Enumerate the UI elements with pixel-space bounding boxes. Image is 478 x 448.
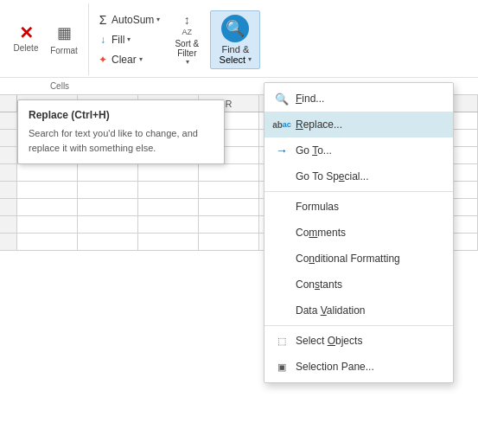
fill-label: Fill	[112, 34, 124, 46]
replace-icon: abac	[275, 118, 289, 131]
conditional-label: Conditional Formatting	[296, 253, 400, 265]
sort-filter-label: Sort &Filter	[175, 39, 199, 58]
tooltip-box: Replace (Ctrl+H) Search for text you'd l…	[17, 99, 225, 164]
clear-label: Clear	[112, 54, 137, 66]
select-objects-icon: ⬚	[275, 334, 289, 348]
row-num	[0, 182, 17, 198]
menu-item-formulas[interactable]: Formulas	[264, 194, 453, 220]
grid-cell[interactable]	[199, 182, 259, 198]
constants-icon	[275, 278, 289, 291]
sort-filter-button[interactable]: ↕ AZ Sort &Filter ▾	[165, 10, 208, 69]
grid-cell[interactable]	[17, 182, 78, 198]
menu-item-data-validation[interactable]: Data Validation	[264, 298, 453, 323]
grid-cell[interactable]	[17, 164, 78, 181]
grid-cell[interactable]	[78, 182, 138, 198]
select-objects-label: Select Objects	[296, 335, 362, 347]
grid-cell[interactable]	[78, 216, 138, 233]
selection-pane-label: Selection Pane...	[296, 361, 374, 373]
goto-special-icon	[275, 170, 289, 183]
menu-item-selection-pane[interactable]: ▣ Selection Pane...	[264, 354, 453, 380]
grid-cell[interactable]	[78, 199, 138, 215]
find-select-label: Find &	[221, 44, 249, 54]
clear-button[interactable]: ✦ Clear ▾	[92, 50, 146, 69]
clear-dropdown-icon: ▾	[139, 55, 143, 63]
menu-item-replace[interactable]: abac Replace...	[264, 112, 453, 138]
row-num	[0, 147, 17, 163]
tooltip-description: Search for text you'd like to change, an…	[29, 126, 214, 155]
menu-item-find[interactable]: 🔍 Find...	[264, 86, 453, 112]
edit-buttons-col: Σ AutoSum ▾ ↓ Fill ▾ ✦ Clear ▾	[92, 10, 163, 69]
delete-button[interactable]: ✕ Delete	[9, 10, 43, 69]
comments-label: Comments	[296, 227, 346, 239]
sigma-icon: Σ	[96, 13, 110, 27]
delete-icon: ✕	[19, 26, 33, 40]
find-select-button[interactable]: 🔍 Find & Select ▾	[210, 10, 260, 69]
ribbon: ✕ Delete ▦ Format Σ AutoSum ▾	[0, 0, 478, 95]
goto-label: Go To...	[296, 144, 332, 157]
grid-cell[interactable]	[138, 234, 199, 250]
grid-cell[interactable]	[78, 164, 138, 181]
row-num	[0, 199, 17, 215]
menu-item-select-objects[interactable]: ⬚ Select Objects	[264, 328, 453, 354]
formulas-label: Formulas	[296, 201, 339, 213]
conditional-icon	[275, 252, 289, 266]
comments-icon	[275, 226, 289, 240]
row-num	[0, 130, 17, 146]
sort-dropdown-icon: ▾	[186, 58, 189, 66]
menu-item-goto[interactable]: → Go To...	[264, 138, 453, 163]
row-num	[0, 164, 17, 181]
formulas-icon	[275, 200, 289, 214]
fill-button[interactable]: ↓ Fill ▾	[92, 30, 134, 49]
row-num	[0, 112, 17, 129]
replace-label: Replace...	[296, 118, 342, 131]
find-select-dropdown-icon: ▾	[248, 55, 252, 63]
fill-dropdown-icon: ▾	[127, 35, 131, 43]
fill-icon: ↓	[96, 33, 110, 47]
format-icon: ▦	[57, 23, 72, 42]
sort-filter-icon: ↕ AZ	[182, 13, 193, 37]
grid-cell[interactable]	[199, 164, 259, 181]
data-validation-icon	[275, 304, 289, 317]
menu-separator-2	[264, 325, 453, 326]
grid-cell[interactable]	[138, 164, 199, 181]
goto-special-label: Go To Special...	[296, 170, 369, 182]
row-header-spacer	[0, 95, 17, 112]
menu-item-constants[interactable]: Constants	[264, 272, 453, 298]
grid-cell[interactable]	[199, 234, 259, 250]
grid-cell[interactable]	[138, 199, 199, 215]
find-label: Find...	[296, 93, 324, 105]
autosum-dropdown-icon: ▾	[156, 16, 160, 23]
grid-cell[interactable]	[17, 216, 78, 233]
tooltip-title: Replace (Ctrl+H)	[29, 109, 214, 121]
grid-cell[interactable]	[17, 234, 78, 250]
find-icon: 🔍	[275, 92, 289, 106]
goto-icon: →	[275, 144, 289, 157]
data-validation-label: Data Validation	[296, 304, 366, 317]
row-num	[0, 234, 17, 250]
autosum-label: AutoSum	[112, 14, 154, 26]
menu-separator	[264, 191, 453, 192]
grid-cell[interactable]	[199, 216, 259, 233]
grid-cell[interactable]	[199, 199, 259, 215]
grid-cell[interactable]	[17, 199, 78, 215]
format-button[interactable]: ▦ Format	[47, 10, 81, 69]
grid-cell[interactable]	[78, 234, 138, 250]
menu-item-goto-special[interactable]: Go To Special...	[264, 163, 453, 189]
selection-pane-icon: ▣	[275, 360, 289, 374]
autosum-button[interactable]: Σ AutoSum ▾	[92, 10, 163, 29]
grid-cell[interactable]	[138, 216, 199, 233]
dropdown-menu: 🔍 Find... abac Replace... → Go To... Go …	[264, 82, 454, 383]
find-select-icon: 🔍	[221, 15, 249, 42]
cells-section-label: Cells	[0, 78, 112, 94]
row-num	[0, 216, 17, 233]
clear-icon: ✦	[96, 53, 110, 67]
format-label: Format	[50, 46, 78, 55]
grid-cell[interactable]	[138, 182, 199, 198]
cells-group: ✕ Delete ▦ Format	[2, 3, 89, 75]
constants-label: Constants	[296, 278, 342, 291]
menu-item-conditional-formatting[interactable]: Conditional Formatting	[264, 246, 453, 272]
delete-label: Delete	[14, 43, 39, 53]
menu-item-comments[interactable]: Comments	[264, 220, 453, 246]
editing-group: Σ AutoSum ▾ ↓ Fill ▾ ✦ Clear ▾	[89, 3, 264, 75]
